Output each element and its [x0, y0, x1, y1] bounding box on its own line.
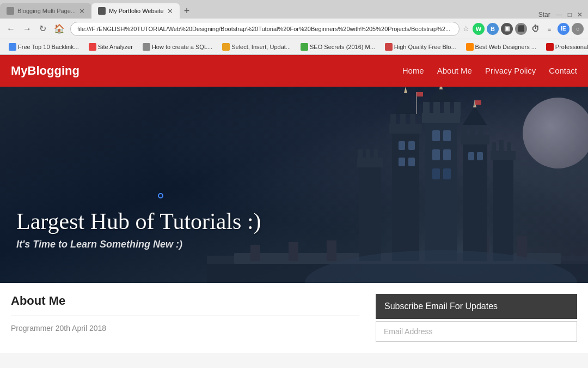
browser-icons: W B ▣ ⬛ ⏱ ≡ IE ○	[473, 23, 584, 35]
svg-rect-43	[507, 142, 511, 154]
bookmark-item-1[interactable]: Free Top 10 Backlink...	[4, 42, 83, 52]
svg-rect-14	[358, 149, 363, 161]
bookmark-favicon-6	[385, 43, 393, 51]
nav-item-privacy[interactable]: Privacy Policy	[485, 66, 536, 75]
home-button[interactable]: 🏠	[52, 22, 67, 35]
svg-rect-53	[408, 158, 415, 166]
hero-subtitle: It's Time to Learn Something New :)	[16, 239, 572, 250]
bookmarks-bar: Free Top 10 Backlink... Site Analyzer Ho…	[0, 39, 588, 55]
bookmark-star-icon[interactable]: ☆	[463, 25, 469, 33]
svg-rect-57	[443, 149, 451, 160]
address-bar-row: ← → ↻ 🏠 ☆ W B ▣ ⬛ ⏱ ≡ IE ○	[0, 19, 588, 39]
tab-bar: Blogging Multi Page... ✕ My Portfolio We…	[0, 0, 588, 19]
subscribe-box: Subscribe Email For Updates	[376, 294, 577, 342]
bookmark-label-3: How to create a SQL...	[152, 44, 212, 50]
svg-rect-50	[399, 141, 405, 150]
maximize-button[interactable]: □	[568, 11, 572, 19]
window-label: Star	[538, 11, 550, 19]
bookmark-label-2: Site Analyzer	[98, 44, 133, 50]
extension-icon-1[interactable]: B	[487, 23, 499, 35]
about-me-heading: About Me	[11, 294, 359, 308]
history-icon[interactable]: ⏱	[529, 23, 541, 35]
navbar: MyBlogging Home About Me Privacy Policy …	[0, 55, 588, 87]
svg-rect-15	[366, 149, 370, 161]
tab-label-2: My Portfolio Website	[109, 8, 164, 14]
bookmark-item-8[interactable]: Professional Web De...	[542, 42, 588, 52]
svg-rect-41	[492, 142, 496, 154]
extension-icon-6[interactable]: ○	[572, 23, 584, 35]
bookmark-favicon-2	[89, 43, 96, 51]
address-input[interactable]	[70, 22, 460, 36]
extension-icon-2[interactable]: ▣	[501, 23, 513, 35]
browser-tab-2[interactable]: My Portfolio Website ✕	[91, 3, 180, 19]
navbar-nav: Home About Me Privacy Policy Contact	[402, 66, 577, 76]
extension-icon-4[interactable]: ≡	[543, 23, 555, 35]
svg-rect-47	[416, 92, 423, 96]
svg-rect-55	[443, 130, 451, 141]
forward-button[interactable]: →	[21, 23, 34, 35]
svg-marker-37	[463, 106, 487, 125]
hero-section: Largest Hub of Tutorials :) It's Time to…	[0, 87, 588, 283]
bookmark-item-4[interactable]: Select, Insert, Updat...	[218, 42, 295, 52]
bookmark-item-5[interactable]: SEO Secrets (2016) M...	[296, 42, 379, 52]
close-button[interactable]: ✕	[577, 11, 583, 19]
refresh-button[interactable]: ↻	[37, 22, 48, 35]
hero-title: Largest Hub of Tutorials :)	[16, 208, 572, 234]
bookmark-favicon-3	[143, 43, 150, 51]
browser-chrome: Blogging Multi Page... ✕ My Portfolio We…	[0, 0, 588, 55]
tab-label-1: Blogging Multi Page...	[17, 8, 76, 14]
svg-rect-56	[432, 149, 440, 160]
navbar-brand[interactable]: MyBlogging	[11, 64, 402, 78]
right-column: Subscribe Email For Updates	[376, 294, 577, 347]
bookmark-favicon-8	[546, 43, 554, 51]
subscribe-email-input[interactable]	[376, 321, 577, 342]
tab-close-2[interactable]: ✕	[167, 8, 173, 15]
svg-rect-16	[373, 149, 378, 161]
bookmark-favicon-1	[9, 43, 16, 51]
svg-marker-31	[439, 87, 443, 89]
back-button[interactable]: ←	[4, 23, 17, 35]
nav-item-home[interactable]: Home	[402, 66, 424, 75]
subscribe-header: Subscribe Email For Updates	[376, 294, 577, 319]
svg-rect-21	[410, 114, 415, 128]
hero-castle-image	[207, 87, 588, 283]
about-divider	[11, 316, 359, 316]
svg-marker-23	[404, 87, 407, 93]
svg-rect-49	[475, 100, 481, 105]
bookmark-item-7[interactable]: Best Web Designers ...	[462, 42, 541, 52]
svg-rect-36	[478, 125, 483, 138]
website: MyBlogging Home About Me Privacy Policy …	[0, 55, 588, 353]
svg-rect-26	[423, 102, 430, 117]
new-tab-button[interactable]: +	[180, 6, 194, 16]
nav-item-contact[interactable]: Contact	[549, 66, 577, 75]
tab-favicon-1	[7, 7, 14, 15]
extension-icon-3[interactable]: ⬛	[515, 23, 527, 35]
bookmark-item-2[interactable]: Site Analyzer	[84, 42, 137, 52]
svg-rect-42	[499, 140, 504, 154]
svg-rect-34	[462, 125, 467, 138]
svg-rect-51	[408, 141, 415, 150]
cursor-indicator	[158, 193, 163, 198]
bookmark-label-6: High Quality Free Blo...	[394, 44, 456, 50]
bookmark-favicon-5	[301, 43, 308, 51]
bookmark-label-5: SEO Secrets (2016) M...	[310, 44, 375, 50]
svg-rect-19	[390, 114, 396, 128]
about-text: Programmer 20th April 2018	[11, 324, 359, 333]
bookmark-favicon-7	[466, 43, 474, 51]
bookmark-label-8: Professional Web De...	[555, 44, 588, 50]
minimize-button[interactable]: —	[556, 11, 562, 19]
svg-rect-60	[468, 152, 474, 160]
browser-tab-1[interactable]: Blogging Multi Page... ✕	[0, 3, 91, 19]
bookmark-item-3[interactable]: How to create a SQL...	[138, 42, 217, 52]
tab-favicon-2	[98, 7, 106, 15]
whatsapp-icon[interactable]: W	[473, 23, 485, 35]
svg-marker-22	[395, 92, 416, 114]
bookmark-item-6[interactable]: High Quality Free Blo...	[381, 42, 461, 52]
svg-rect-58	[432, 168, 440, 179]
svg-rect-61	[477, 152, 483, 160]
tab-close-1[interactable]: ✕	[79, 8, 85, 15]
svg-rect-52	[399, 158, 405, 166]
nav-item-about[interactable]: About Me	[437, 66, 472, 75]
extension-icon-5[interactable]: IE	[558, 23, 569, 35]
bookmark-label-4: Select, Insert, Updat...	[231, 44, 291, 50]
